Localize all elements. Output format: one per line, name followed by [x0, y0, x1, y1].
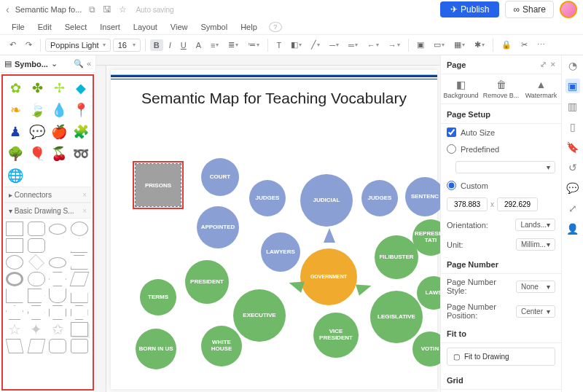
drawing-canvas[interactable]: Semantic Map for Teaching Vocabulary PRI… — [111, 70, 437, 389]
shape-roundrect[interactable] — [28, 222, 45, 236]
shape-hexagon2[interactable] — [28, 305, 45, 320]
shape-hexagon[interactable] — [49, 272, 66, 286]
settings-button[interactable]: ✱▾ — [471, 39, 488, 51]
node-terms[interactable]: TERMS — [140, 279, 176, 315]
align-button[interactable]: ≡▾ — [207, 39, 222, 51]
predefined-row[interactable]: Predefined — [441, 141, 561, 157]
line-dash-button[interactable]: ─▾ — [326, 39, 343, 51]
star-icon[interactable]: ☆ — [119, 4, 127, 15]
publish-button[interactable]: ✈Publish — [440, 1, 499, 17]
node-court[interactable]: COURT — [201, 158, 239, 196]
node-judges2[interactable]: JUDGES — [361, 180, 398, 216]
menu-help[interactable]: Help — [235, 21, 263, 33]
rail-pages-icon[interactable]: ▯ — [566, 119, 580, 134]
menu-select[interactable]: Select — [59, 21, 93, 33]
shape-skew2[interactable] — [27, 339, 45, 353]
shape-card[interactable] — [49, 339, 66, 353]
symbol-clover-icon[interactable]: ✤ — [28, 79, 47, 98]
shape-pill[interactable] — [28, 272, 45, 286]
user-avatar[interactable] — [560, 1, 577, 18]
tab-remove-bg[interactable]: 🗑Remove B... — [481, 74, 521, 103]
shape-rect[interactable] — [6, 222, 23, 236]
orientation-select[interactable]: Lands...▾ — [515, 219, 555, 231]
menu-symbol[interactable]: Symbol — [195, 21, 233, 33]
menu-view[interactable]: View — [165, 21, 194, 33]
lock-button[interactable]: 🔒 — [498, 39, 515, 51]
help-icon[interactable]: ? — [269, 22, 282, 32]
shape-octagon[interactable] — [71, 305, 88, 320]
shape-arrow-tag[interactable] — [28, 289, 45, 303]
predefined-select[interactable]: ▾ — [455, 161, 555, 173]
connectors-section[interactable]: ▸ Connectors× — [4, 187, 91, 203]
shape-parallelogram[interactable] — [69, 272, 89, 286]
symbol-leaf2-icon[interactable]: 🍃 — [28, 101, 47, 119]
fill-button[interactable]: ◧▾ — [287, 39, 305, 51]
rail-bookmark-icon[interactable]: 🔖 — [566, 140, 580, 154]
tab-watermark[interactable]: ▲Watermark — [521, 74, 561, 103]
node-borninus[interactable]: BORN IN US — [136, 329, 176, 369]
node-judges1[interactable]: JUDGES — [249, 180, 286, 216]
list-button[interactable]: ≔▾ — [244, 39, 263, 51]
node-whitehouse[interactable]: WHITE HOUSE — [201, 326, 242, 366]
symbol-globe-icon[interactable]: 🌐 — [6, 166, 25, 185]
node-president[interactable]: PRESIDENT — [185, 260, 229, 304]
symbol-chess-icon[interactable]: ♟ — [6, 122, 25, 141]
pin-icon[interactable]: ⤢ — [540, 60, 547, 69]
collapse-icon[interactable]: « — [87, 59, 91, 68]
back-icon[interactable]: ‹ — [6, 4, 9, 15]
shape-tri-up[interactable] — [71, 238, 88, 253]
custom-row[interactable]: Custom — [441, 177, 561, 194]
line-weight-button[interactable]: ═▾ — [345, 39, 361, 51]
shape-ellipse2[interactable] — [49, 257, 66, 268]
symbol-cherry-icon[interactable]: 🍒 — [50, 144, 69, 163]
node-sentence[interactable]: SENTENC — [405, 177, 440, 216]
node-prisons-selected[interactable]: PRISONS — [133, 161, 184, 209]
shape-rt-triangle[interactable] — [6, 289, 23, 303]
valign-button[interactable]: ≣▾ — [224, 39, 242, 51]
canvas-area[interactable]: Semantic Map for Teaching Vocabulary PRI… — [96, 55, 440, 392]
node-vicepresident[interactable]: VICE PRESIDENT — [313, 313, 359, 358]
symbol-puzzle-icon[interactable]: 🧩 — [71, 122, 90, 141]
predefined-select-row[interactable]: ▾ — [441, 157, 561, 177]
shape-halfcircle[interactable] — [49, 289, 66, 303]
menu-edit[interactable]: Edit — [32, 21, 58, 33]
symbol-balloon-icon[interactable]: 🎈 — [28, 144, 47, 163]
symbol-pin-icon[interactable]: 📍 — [71, 101, 90, 119]
shape-triangle[interactable] — [49, 238, 66, 251]
menu-layout[interactable]: Layout — [128, 21, 163, 33]
bold-button[interactable]: B — [150, 39, 163, 51]
node-executive[interactable]: EXECUTIVE — [233, 289, 286, 342]
shape-star-outline[interactable]: ✩ — [49, 322, 66, 337]
menu-file[interactable]: File — [6, 21, 31, 33]
node-laws[interactable]: LAWS — [417, 276, 440, 310]
custom-radio[interactable] — [447, 181, 456, 190]
italic-button[interactable]: I — [165, 39, 175, 51]
node-legislative[interactable]: LEGISLATIVE — [370, 291, 423, 343]
shape-cylinder[interactable] — [71, 289, 88, 303]
symbol-leaf-icon[interactable]: ❧ — [6, 101, 25, 119]
shape-trapezoid[interactable] — [71, 255, 88, 270]
menu-insert[interactable]: Insert — [94, 21, 126, 33]
page-height-input[interactable] — [497, 197, 538, 211]
undo-button[interactable]: ↶ — [6, 39, 20, 51]
page-width-input[interactable] — [447, 197, 488, 211]
font-color-button[interactable]: A — [192, 39, 205, 51]
share-button[interactable]: ∞Share — [505, 1, 554, 18]
predefined-radio[interactable] — [447, 144, 456, 154]
image-button[interactable]: ▣ — [413, 39, 428, 51]
node-filibuster[interactable]: FILIBUSTER — [375, 235, 418, 279]
rail-page-icon[interactable]: ▣ — [566, 79, 580, 93]
shape-rsquare[interactable] — [71, 339, 88, 353]
arrow-end-button[interactable]: →▾ — [385, 39, 404, 51]
basic-shapes-section[interactable]: ▾ Basic Drawing S...× — [4, 203, 91, 219]
duplicate-icon[interactable]: ⧉ — [89, 4, 95, 15]
symbol-flower-icon[interactable]: ✿ — [6, 79, 25, 98]
text-button[interactable]: T — [273, 39, 285, 51]
tool-button[interactable]: ✂ — [517, 39, 531, 51]
frame-button[interactable]: ▭▾ — [430, 39, 448, 51]
tab-background[interactable]: ◧Background — [441, 74, 481, 103]
rail-history-icon[interactable]: ↺ — [566, 160, 580, 175]
node-judicial[interactable]: JUDICIAL — [300, 174, 353, 227]
rail-style-icon[interactable]: ◔ — [566, 58, 580, 73]
node-lawyers[interactable]: LAWYERS — [261, 232, 300, 272]
